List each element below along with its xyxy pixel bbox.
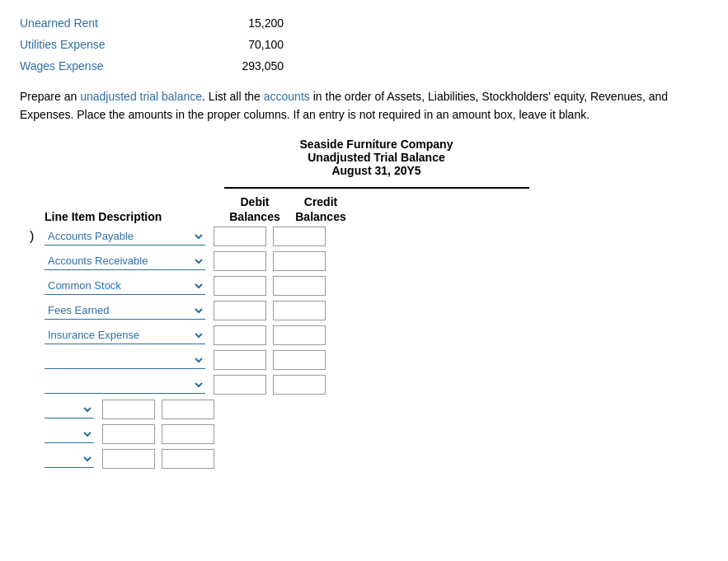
debit-input-3[interactable] <box>214 276 266 296</box>
credit-input-10[interactable] <box>162 449 214 469</box>
trial-row-7: Accounts Payable Accounts Receivable Com… <box>45 375 708 395</box>
balances-debit-header: Balances <box>222 210 288 223</box>
debit-input-5[interactable] <box>214 325 266 345</box>
line-item-description-header: Line Item Description <box>45 210 222 223</box>
select-row-6[interactable]: Accounts Payable Accounts Receivable Com… <box>45 351 205 369</box>
expense-row-utilities: Utilities Expense 70,100 <box>20 38 708 51</box>
dropdown-common-stock[interactable]: Common Stock Accounts Payable Accounts R… <box>45 277 205 295</box>
column-headers: Debit Credit <box>45 195 708 208</box>
unadjusted-trial-balance-link[interactable]: unadjusted trial balance <box>80 90 202 103</box>
trial-balance-container: Seaside Furniture Company Unadjusted Tri… <box>45 138 708 469</box>
expense-amount-wages: 293,050 <box>201 59 284 72</box>
debit-input-9[interactable] <box>102 424 155 444</box>
trial-row-1: ) Accounts Payable Accounts Receivable C… <box>45 227 708 246</box>
credit-input-6[interactable] <box>273 350 326 370</box>
debit-header: Debit <box>222 195 288 208</box>
credit-input-2[interactable] <box>273 251 326 271</box>
select-common-stock[interactable]: Common Stock Accounts Payable Accounts R… <box>45 277 205 295</box>
expense-label-wages: Wages Expense <box>20 59 201 72</box>
credit-input-8[interactable] <box>162 400 214 419</box>
balances-credit-header: Balances <box>288 210 354 223</box>
trial-row-5: Insurance Expense Accounts Payable Accou… <box>45 325 708 345</box>
company-header: Seaside Furniture Company Unadjusted Tri… <box>45 138 708 177</box>
trial-row-9: Accounts Payable Accounts Receivable Com… <box>45 424 708 444</box>
instructions-text: Prepare an unadjusted trial balance. Lis… <box>20 87 708 124</box>
select-row-9[interactable]: Accounts Payable Accounts Receivable Com… <box>45 425 94 443</box>
select-insurance-expense[interactable]: Insurance Expense Accounts Payable Accou… <box>45 326 205 344</box>
expense-row-wages: Wages Expense 293,050 <box>20 59 708 72</box>
debit-input-1[interactable] <box>214 227 266 246</box>
dropdown-row-8[interactable]: Accounts Payable Accounts Receivable Com… <box>45 400 94 418</box>
credit-input-3[interactable] <box>273 276 326 296</box>
credit-input-1[interactable] <box>273 227 326 246</box>
doc-title: Unadjusted Trial Balance <box>45 151 708 164</box>
trial-row-4: Fees Earned Accounts Payable Accounts Re… <box>45 301 708 320</box>
dropdown-accounts-payable[interactable]: Accounts Payable Accounts Receivable Com… <box>45 227 205 245</box>
credit-input-4[interactable] <box>273 301 326 320</box>
select-row-10[interactable]: Accounts Payable Accounts Receivable Com… <box>45 450 94 468</box>
debit-input-10[interactable] <box>102 449 155 469</box>
column-sub-headers: Line Item Description Balances Balances <box>45 210 708 223</box>
select-accounts-receivable[interactable]: Accounts Receivable Accounts Payable Com… <box>45 252 205 270</box>
doc-date: August 31, 20Y5 <box>45 164 708 177</box>
debit-input-6[interactable] <box>214 350 266 370</box>
credit-header: Credit <box>288 195 354 208</box>
debit-input-2[interactable] <box>214 251 266 271</box>
debit-input-8[interactable] <box>102 400 155 419</box>
accounts-link[interactable]: accounts <box>264 90 310 103</box>
credit-input-9[interactable] <box>162 424 214 444</box>
expense-label-unearned-rent: Unearned Rent <box>20 16 201 30</box>
expense-label-utilities: Utilities Expense <box>20 38 201 51</box>
instructions-after-link1: . List all the <box>202 90 264 103</box>
dropdown-row-10[interactable]: Accounts Payable Accounts Receivable Com… <box>45 450 94 468</box>
select-row-7[interactable]: Accounts Payable Accounts Receivable Com… <box>45 376 205 394</box>
trial-row-6: Accounts Payable Accounts Receivable Com… <box>45 350 708 370</box>
debit-input-7[interactable] <box>214 375 266 395</box>
instructions-before-link1: Prepare an <box>20 90 80 103</box>
dropdown-row-7[interactable]: Accounts Payable Accounts Receivable Com… <box>45 376 205 394</box>
dropdown-fees-earned[interactable]: Fees Earned Accounts Payable Accounts Re… <box>45 302 205 320</box>
select-row-8[interactable]: Accounts Payable Accounts Receivable Com… <box>45 400 94 418</box>
dropdown-row-6[interactable]: Accounts Payable Accounts Receivable Com… <box>45 351 205 369</box>
expense-row-unearned-rent: Unearned Rent 15,200 <box>20 16 708 30</box>
dropdown-accounts-receivable[interactable]: Accounts Receivable Accounts Payable Com… <box>45 252 205 270</box>
expenses-section: Unearned Rent 15,200 Utilities Expense 7… <box>20 16 708 72</box>
sidebar-arrow-1: ) <box>30 229 34 244</box>
expense-amount-utilities: 70,100 <box>201 38 284 51</box>
expense-amount-unearned-rent: 15,200 <box>201 16 284 30</box>
dropdown-row-9[interactable]: Accounts Payable Accounts Receivable Com… <box>45 425 94 443</box>
credit-input-7[interactable] <box>273 375 326 395</box>
trial-row-2: Accounts Receivable Accounts Payable Com… <box>45 251 708 271</box>
select-accounts-payable[interactable]: Accounts Payable Accounts Receivable Com… <box>45 227 205 245</box>
trial-row-8: Accounts Payable Accounts Receivable Com… <box>45 400 708 419</box>
select-fees-earned[interactable]: Fees Earned Accounts Payable Accounts Re… <box>45 302 205 320</box>
company-name: Seaside Furniture Company <box>45 138 708 151</box>
trial-row-3: Common Stock Accounts Payable Accounts R… <box>45 276 708 296</box>
credit-input-5[interactable] <box>273 325 326 345</box>
dropdown-insurance-expense[interactable]: Insurance Expense Accounts Payable Accou… <box>45 326 205 344</box>
debit-input-4[interactable] <box>214 301 266 320</box>
trial-row-10: Accounts Payable Accounts Receivable Com… <box>45 449 708 469</box>
